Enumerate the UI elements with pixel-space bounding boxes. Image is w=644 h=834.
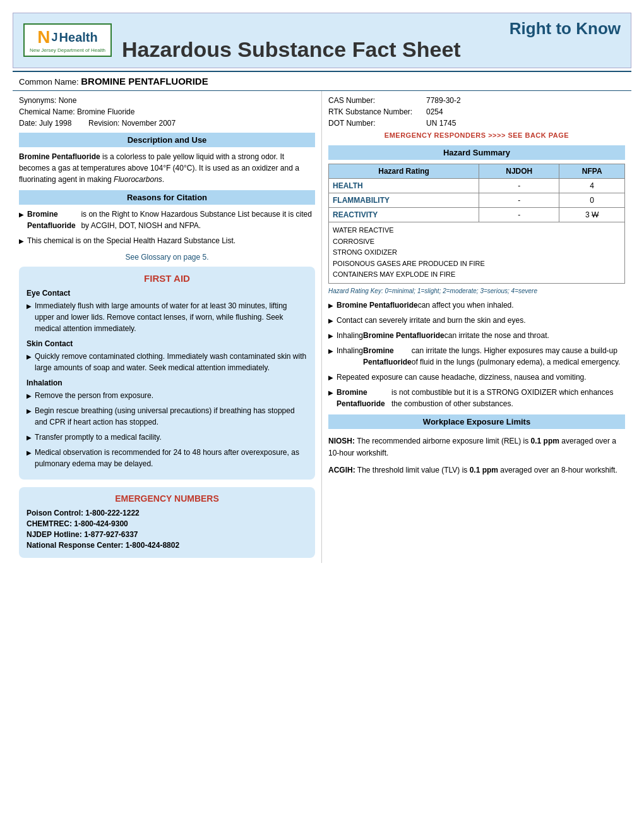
- synonyms-label: Synonyms:: [19, 96, 56, 105]
- health-njdoh: -: [479, 178, 559, 193]
- skin-contact-heading: Skin Contact: [27, 339, 307, 348]
- description-text: Bromine Pentafluoride is a colorless to …: [19, 151, 315, 185]
- chemical-name-row: Chemical Name: Bromine Fluoride: [19, 107, 315, 116]
- flammability-njdoh: -: [479, 193, 559, 207]
- health-effect-1: Bromine Pentafluoride can affect you whe…: [328, 299, 625, 311]
- emergency-item-2: CHEMTREC: 1-800-424-9300: [27, 519, 307, 528]
- first-aid-box: FIRST AID Eye Contact Immediately flush …: [19, 267, 315, 480]
- cas-label: CAS Number:: [328, 96, 426, 105]
- inhalation-item-2: Begin rescue breathing (using universal …: [27, 405, 307, 428]
- hazard-summary-header: Hazard Summary: [328, 145, 625, 160]
- acgih-post: averaged over an 8-hour workshift.: [500, 466, 617, 474]
- health-effect-3: Inhaling Bromine Pentafluoride can irrit…: [328, 330, 625, 341]
- date-row: Date: July 1998 Revision: November 2007: [19, 119, 315, 128]
- flammability-label: FLAMMABILITY: [329, 193, 479, 207]
- revision-value: November 2007: [122, 119, 176, 128]
- logo-health-word: Health: [59, 30, 98, 45]
- health-effect-6: Bromine Pentafluoride is not combustible…: [328, 387, 625, 409]
- reactivity-njdoh: -: [479, 207, 559, 222]
- dot-label: DOT Number:: [328, 119, 426, 128]
- health-label: HEALTH: [329, 178, 479, 193]
- rtk-row: RTK Substance Number: 0254: [328, 107, 625, 116]
- inhalation-list: Remove the person from exposure. Begin r…: [27, 390, 307, 469]
- reactivity-label: REACTIVITY: [329, 207, 479, 222]
- hazard-col-nfpa: NFPA: [559, 164, 625, 178]
- health-nfpa: 4: [559, 178, 625, 193]
- right-to-know-title: Right to Know: [122, 20, 621, 38]
- reasons-section-header: Reasons for Citation: [19, 190, 315, 205]
- niosh-pre: The recommended airborne exposure limit …: [357, 437, 530, 445]
- logo-box: N J Health New Jersey Department of Heal…: [23, 23, 112, 57]
- cas-value: 7789-30-2: [426, 96, 461, 105]
- logo-dept-text: New Jersey Department of Health: [30, 47, 105, 53]
- dot-value: UN 1745: [426, 119, 456, 128]
- reactivity-nfpa: 3 W: [559, 207, 625, 222]
- hazard-col-njdoh: NJDOH: [479, 164, 559, 178]
- desc-end: .: [162, 175, 164, 184]
- emergency-responders-header: EMERGENCY RESPONDERS >>>> SEE BACK PAGE: [328, 130, 625, 140]
- reasons-item-2: This chemical is on the Special Health H…: [19, 235, 315, 246]
- hazard-table: Hazard Rating NJDOH NFPA HEALTH - 4 FLAM…: [328, 164, 625, 284]
- desc-bold: Bromine Pentafluoride: [19, 152, 100, 161]
- hazard-row-health: HEALTH - 4: [329, 178, 625, 193]
- cas-row: CAS Number: 7789-30-2: [328, 96, 625, 105]
- logo-nj: N: [37, 27, 50, 47]
- common-name-row: Common Name: BROMINE PENTAFLUORIDE: [13, 71, 631, 91]
- health-effect-5: Repeated exposure can cause headache, di…: [328, 372, 625, 383]
- synonyms-value: None: [59, 96, 77, 105]
- reasons-item-1-bold: Bromine Pentafluoride: [27, 208, 81, 231]
- skin-contact-list: Quickly remove contaminated clothing. Im…: [27, 351, 307, 373]
- reasons-item-1-text: is on the Right to Know Hazardous Substa…: [81, 208, 315, 231]
- health-effects-list: Bromine Pentafluoride can affect you whe…: [328, 299, 625, 409]
- reasons-list: Bromine Pentafluoride is on the Right to…: [19, 208, 315, 246]
- dot-row: DOT Number: UN 1745: [328, 119, 625, 128]
- health-effect-4: Inhaling Bromine Pentafluoride can irrit…: [328, 345, 625, 368]
- rtk-label: RTK Substance Number:: [328, 107, 426, 116]
- chemical-name-label: Chemical Name:: [19, 107, 75, 116]
- hazard-key: Hazard Rating Key: 0=minimal; 1=slight; …: [328, 287, 625, 294]
- chemical-name-value: Bromine Fluoride: [77, 107, 134, 116]
- hazard-row-flammability: FLAMMABILITY - 0: [329, 193, 625, 207]
- hazard-notes: WATER REACTIVECORROSIVESTRONG OXIDIZERPO…: [329, 222, 625, 283]
- common-name-label: Common Name:: [19, 77, 79, 87]
- description-section-header: Description and Use: [19, 133, 315, 147]
- hazard-row-notes: WATER REACTIVECORROSIVESTRONG OXIDIZERPO…: [329, 222, 625, 283]
- acgih-text: ACGIH: The threshold limit value (TLV) i…: [328, 464, 625, 476]
- emergency-item-4: National Response Center: 1-800-424-8802: [27, 541, 307, 550]
- hazard-row-reactivity: REACTIVITY - 3 W: [329, 207, 625, 222]
- inhalation-item-1: Remove the person from exposure.: [27, 390, 307, 401]
- emergency-box: EMERGENCY NUMBERS Poison Control: 1-800-…: [19, 487, 315, 558]
- date-value: July 1998: [39, 119, 71, 128]
- reasons-item-1: Bromine Pentafluoride is on the Right to…: [19, 208, 315, 231]
- logo-health-text: J: [52, 32, 58, 43]
- niosh-text: NIOSH: The recommended airborne exposure…: [328, 435, 625, 459]
- desc-italic: Fluorocarbons: [114, 175, 162, 184]
- inhalation-heading: Inhalation: [27, 378, 307, 387]
- emergency-item-3: NJDEP Hotline: 1-877-927-6337: [27, 530, 307, 539]
- emergency-item-1: Poison Control: 1-800-222-1222: [27, 509, 307, 517]
- workplace-section-header: Workplace Exposure Limits: [328, 414, 625, 429]
- hazard-col-rating: Hazard Rating: [329, 164, 479, 178]
- header-title-block: Right to Know Hazardous Substance Fact S…: [122, 20, 621, 61]
- eye-contact-list: Immediately flush with large amounts of …: [27, 300, 307, 334]
- skin-contact-item-1: Quickly remove contaminated clothing. Im…: [27, 351, 307, 373]
- main-content: Synonyms: None Chemical Name: Bromine Fl…: [13, 91, 631, 563]
- right-column: CAS Number: 7789-30-2 RTK Substance Numb…: [322, 91, 631, 563]
- flammability-nfpa: 0: [559, 193, 625, 207]
- fact-sheet-title: Hazardous Substance Fact Sheet: [122, 38, 621, 61]
- eye-contact-heading: Eye Contact: [27, 289, 307, 298]
- revision-label: Revision:: [88, 119, 119, 128]
- inhalation-item-3: Transfer promptly to a medical facility.: [27, 432, 307, 443]
- page-header: N J Health New Jersey Department of Heal…: [13, 13, 631, 68]
- niosh-label: NIOSH:: [328, 437, 355, 445]
- reasons-item-2-text: This chemical is on the Special Health H…: [27, 235, 236, 246]
- eye-contact-item-1: Immediately flush with large amounts of …: [27, 300, 307, 334]
- synonyms-row: Synonyms: None: [19, 96, 315, 105]
- rtk-value: 0254: [426, 107, 443, 116]
- first-aid-title: FIRST AID: [27, 273, 307, 284]
- niosh-value: 0.1 ppm: [531, 437, 559, 445]
- acgih-label: ACGIH:: [328, 466, 355, 474]
- inhalation-item-4: Medical observation is recommended for 2…: [27, 447, 307, 469]
- workplace-section: NIOSH: The recommended airborne exposure…: [328, 435, 625, 477]
- left-column: Synonyms: None Chemical Name: Bromine Fl…: [13, 91, 322, 563]
